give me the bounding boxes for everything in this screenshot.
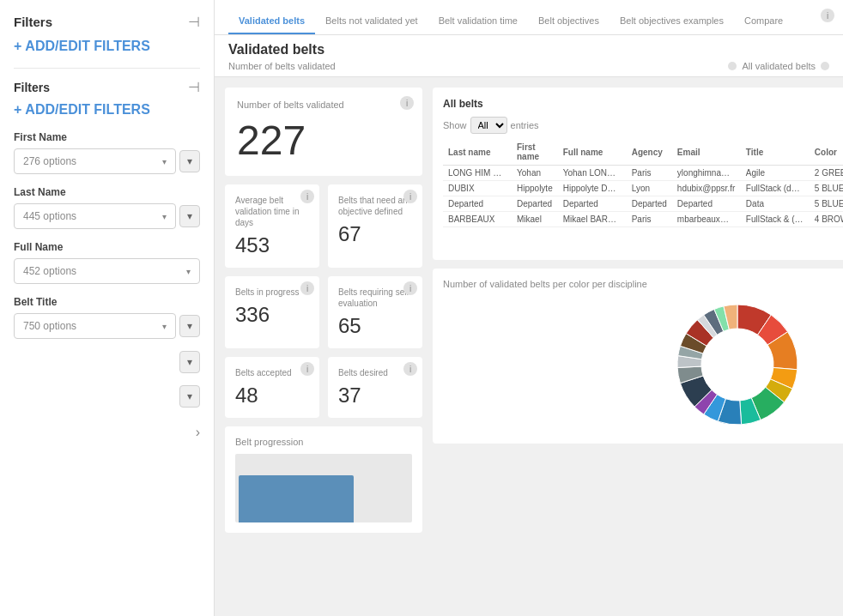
stats-grid: Average belt validation time in days 453… — [225, 184, 422, 418]
tab-belt-objectives-examples[interactable]: Belt objectives examples — [610, 9, 734, 34]
sidebar: Filters ⊣ + ADD/EDIT FILTERS Filters ⊣ +… — [0, 0, 215, 616]
filters-panel2-title: Filters — [14, 81, 50, 94]
table-row: Departed Departed Departed Departed Depa… — [443, 196, 843, 212]
stat-card-4-info[interactable]: i — [300, 362, 314, 376]
donut-chart — [669, 296, 806, 433]
filter-full-name-row: 452 options ▾ — [14, 258, 200, 284]
filter-belt-title-select[interactable]: 750 options ▾ — [14, 313, 176, 339]
filter-belt-title-row: 750 options ▾ ▾ — [14, 313, 200, 339]
page-heading: Validated belts — [228, 42, 829, 57]
filter-belt-title-label: Belt Title — [14, 296, 200, 308]
col-full-name[interactable]: Full name — [558, 139, 627, 166]
filters-panel2-collapse-btn[interactable]: ⊣ — [188, 79, 200, 95]
col-email[interactable]: Email — [672, 139, 741, 166]
progression-chart — [235, 454, 412, 522]
add-edit-filters-btn-top[interactable]: + ADD/EDIT FILTERS — [14, 39, 150, 54]
col-title[interactable]: Title — [741, 139, 810, 166]
stat-card-3: Belts requiring self evaluation 65 i — [328, 276, 422, 348]
tab-validated-belts[interactable]: Validated belts — [228, 9, 315, 34]
table-row: LONG HIM NAM Yohan Yohan LONG HIM NAM Pa… — [443, 166, 843, 181]
filter-belt-title: Belt Title 750 options ▾ ▾ — [14, 296, 200, 339]
filters-panel2: Filters ⊣ + ADD/EDIT FILTERS First Name … — [14, 68, 200, 440]
main-content: Validated belts Belts not validated yet … — [215, 0, 843, 616]
main-stat-title: Number of belts validated — [237, 100, 410, 110]
progression-card: Belt progression — [225, 426, 422, 533]
tab-compare[interactable]: Compare — [734, 9, 793, 34]
chevron-down-icon: ▾ — [162, 322, 167, 331]
standalone-expand-btn-1[interactable]: ▾ — [179, 351, 200, 373]
filter-first-name-select[interactable]: 276 options ▾ — [14, 148, 176, 174]
show-control: Show All1025 entries — [443, 117, 539, 134]
right-column: All belts i Show All1025 entries Search: — [433, 88, 843, 606]
filter-last-name-select[interactable]: 445 options ▾ — [14, 203, 176, 229]
filter-last-name-row: 445 options ▾ ▾ — [14, 203, 200, 229]
sidebar-nav-right-btn[interactable]: › — [196, 425, 200, 440]
stat-card-3-info[interactable]: i — [403, 281, 417, 295]
tab-belt-objectives[interactable]: Belt objectives — [528, 9, 610, 34]
stat-card-0-info[interactable]: i — [300, 190, 314, 203]
expand-row-2: ▾ — [14, 385, 200, 408]
main-stat-value: 227 — [237, 117, 410, 164]
tab-belts-not-validated[interactable]: Belts not validated yet — [315, 9, 428, 34]
stat-card-5-info[interactable]: i — [403, 362, 417, 376]
entries-select[interactable]: All1025 — [470, 117, 507, 134]
col-last-name[interactable]: Last name — [443, 139, 512, 166]
filter-full-name-label: Full Name — [14, 241, 200, 253]
tab-belt-validation-time[interactable]: Belt validation time — [428, 9, 528, 34]
stat-card-2-info[interactable]: i — [300, 281, 314, 295]
table-card-title: All belts — [443, 98, 483, 110]
stat-card-4-title: Belts accepted — [235, 367, 309, 378]
table-card-header: All belts i — [443, 98, 843, 110]
sidebar-arrow-right: › — [14, 425, 200, 440]
filter-last-name-label: Last Name — [14, 186, 200, 198]
subheading-label: Number of belts validated — [228, 61, 336, 71]
main-stat-card: Number of belts validated 227 i — [225, 88, 422, 176]
col-first-name[interactable]: First name — [512, 139, 558, 166]
filter-last-name-expand[interactable]: ▾ — [179, 205, 200, 227]
top-tabs: Validated belts Belts not validated yet … — [228, 9, 829, 34]
stat-card-2-value: 336 — [235, 303, 309, 327]
chevron-down-icon: ▾ — [162, 212, 167, 221]
stat-card-1-info[interactable]: i — [403, 190, 417, 203]
stat-card-1: Belts that need an objective defined 67 … — [328, 184, 422, 268]
filter-first-name: First Name 276 options ▾ ▾ — [14, 131, 200, 174]
donut-card: Number of validated belts per color per … — [433, 269, 843, 444]
top-bar: Validated belts Belts not validated yet … — [215, 0, 843, 35]
filter-full-name: Full Name 452 options ▾ — [14, 241, 200, 284]
filter-first-name-row: 276 options ▾ ▾ — [14, 148, 200, 174]
stat-card-5-title: Belts desired — [338, 367, 412, 378]
standalone-expand-btn-2[interactable]: ▾ — [179, 385, 200, 408]
filter-first-name-label: First Name — [14, 131, 200, 143]
stat-card-2: Belts in progress 336 i — [225, 276, 319, 348]
sidebar-header: Filters ⊣ — [14, 14, 200, 30]
add-edit-filters-btn[interactable]: + ADD/EDIT FILTERS — [14, 102, 150, 118]
stat-card-4-value: 48 — [235, 383, 309, 408]
filter-belt-title-expand[interactable]: ▾ — [179, 315, 200, 337]
progression-bar — [239, 475, 354, 522]
stat-card-4: Belts accepted 48 i — [225, 357, 319, 418]
filter-full-name-select[interactable]: 452 options ▾ — [14, 258, 200, 284]
filter-first-name-expand[interactable]: ▾ — [179, 150, 200, 172]
stat-card-0-title: Average belt validation time in days — [235, 195, 309, 228]
stat-card-5: Belts desired 37 i — [328, 357, 422, 418]
table-row: BARBEAUX Mikael Mikael BARBEAUX Paris mb… — [443, 212, 843, 227]
sidebar-title-top: Filters — [14, 15, 52, 29]
sidebar-collapse-btn[interactable]: ⊣ — [188, 14, 200, 30]
progression-title: Belt progression — [235, 437, 412, 447]
content-area: Number of belts validated 227 i Average … — [215, 77, 843, 616]
stat-card-2-title: Belts in progress — [235, 287, 309, 298]
main-stat-info-icon[interactable]: i — [400, 96, 414, 110]
subheading-value: All validated belts — [742, 61, 816, 71]
col-agency[interactable]: Agency — [627, 139, 672, 166]
filter-last-name: Last Name 445 options ▾ ▾ — [14, 186, 200, 229]
show-label: Show — [443, 120, 467, 130]
chevron-down-icon: ▾ — [162, 157, 167, 166]
pagination: 1 2 3 4 5 — [443, 233, 843, 250]
left-column: Number of belts validated 227 i Average … — [225, 88, 422, 606]
col-color[interactable]: Color — [810, 139, 843, 166]
stat-card-1-title: Belts that need an objective defined — [338, 195, 412, 217]
table-row: DUBIX Hippolyte Hippolyte DUBIX Lyon hdu… — [443, 181, 843, 196]
table-card: All belts i Show All1025 entries Search: — [433, 88, 843, 260]
expand-row-1: ▾ — [14, 351, 200, 373]
stat-card-5-value: 37 — [338, 383, 412, 408]
